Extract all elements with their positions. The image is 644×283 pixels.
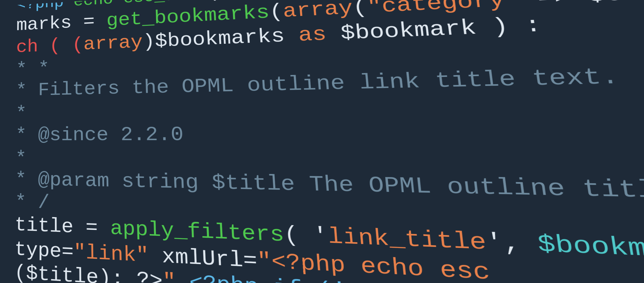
code-line-line7: * @since 2.2.0 — [0, 120, 644, 146]
code-editor: <?php echo esc_attr($catname); ?>">marks… — [0, 0, 644, 283]
